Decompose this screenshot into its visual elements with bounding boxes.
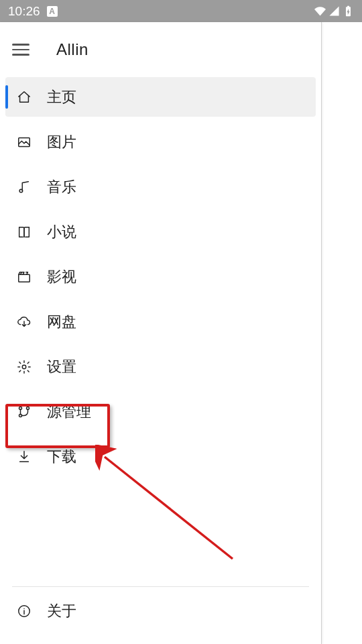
svg-point-3 <box>22 365 26 369</box>
hamburger-icon[interactable] <box>12 44 29 56</box>
menu-item-about[interactable]: 关于 <box>5 591 316 631</box>
menu-item-downloads[interactable]: 下载 <box>5 437 316 476</box>
divider <box>12 586 309 587</box>
main-content-sliver <box>322 22 362 644</box>
gear-icon <box>16 359 32 375</box>
menu-item-label: 设置 <box>47 357 76 377</box>
menu-item-home[interactable]: 主页 <box>5 77 316 117</box>
home-icon <box>16 89 32 105</box>
clapperboard-icon <box>16 269 32 285</box>
status-bar: 10:26 A <box>0 0 362 22</box>
menu-item-novels[interactable]: 小说 <box>5 212 316 252</box>
battery-charging-icon <box>343 5 354 17</box>
menu-item-images[interactable]: 图片 <box>5 122 316 162</box>
navigation-drawer: Allin 主页 图片 音乐 <box>0 22 322 644</box>
signal-icon <box>328 5 340 17</box>
branch-icon <box>16 404 32 420</box>
drawer-header: Allin <box>0 22 321 77</box>
svg-point-1 <box>19 189 23 193</box>
menu-item-label: 音乐 <box>47 177 76 197</box>
book-icon <box>16 224 32 240</box>
svg-rect-2 <box>19 274 30 282</box>
status-time: 10:26 <box>8 4 40 19</box>
menu-item-settings[interactable]: 设置 <box>5 347 316 386</box>
download-icon <box>16 449 32 465</box>
image-icon <box>16 134 32 150</box>
cloud-download-icon <box>16 314 32 330</box>
keyboard-indicator-icon: A <box>47 6 58 17</box>
menu-item-label: 下载 <box>47 447 76 467</box>
info-icon <box>16 603 32 619</box>
drawer-menu: 主页 图片 音乐 小说 <box>0 77 321 584</box>
menu-item-label: 源管理 <box>47 402 91 422</box>
menu-item-music[interactable]: 音乐 <box>5 167 316 207</box>
menu-item-video[interactable]: 影视 <box>5 257 316 297</box>
menu-item-label: 影视 <box>47 267 76 287</box>
menu-item-label: 图片 <box>47 132 76 152</box>
menu-item-label: 关于 <box>47 601 76 621</box>
wifi-icon <box>314 5 326 17</box>
app-title: Allin <box>56 40 88 59</box>
menu-item-label: 网盘 <box>47 312 76 332</box>
menu-item-label: 小说 <box>47 222 76 242</box>
menu-item-source-management[interactable]: 源管理 <box>5 392 316 431</box>
menu-item-label: 主页 <box>47 87 76 107</box>
menu-item-clouddisk[interactable]: 网盘 <box>5 302 316 341</box>
music-note-icon <box>16 179 32 195</box>
